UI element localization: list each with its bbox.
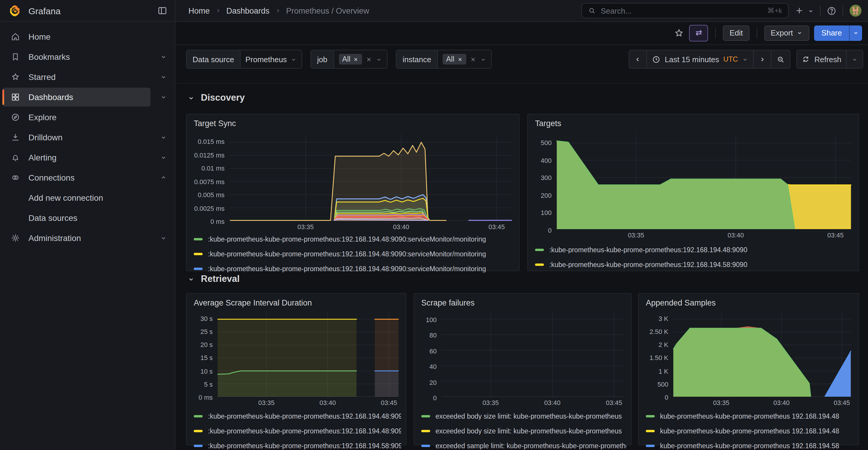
time-back-button[interactable] [629, 50, 646, 68]
sidebar-item-alerting[interactable]: Alerting [2, 148, 151, 167]
time-range-label: Last 15 minutes [665, 55, 719, 64]
legend-item[interactable]: kube-prometheus-kube-prome-prometheus 19… [646, 412, 854, 420]
legend-item[interactable]: :kube-prometheus-kube-prome-prometheus:1… [194, 442, 401, 450]
grafana-app: Grafana Home Dashboards Prometheus / Ove… [0, 0, 868, 450]
legend-item[interactable]: kube-prometheus-kube-prome-prometheus 19… [646, 442, 854, 450]
legend-label: :kube-prometheus-kube-prome-prometheus:1… [208, 265, 514, 272]
legend-item[interactable]: :kube-prometheus-kube-prome-prometheus:1… [194, 412, 401, 420]
datasource-select[interactable]: Prometheus [241, 50, 302, 68]
share-button-group: Share [814, 25, 862, 40]
timezone-label: UTC [723, 55, 738, 63]
legend-item[interactable]: :kube-prometheus-kube-prome-prometheus:1… [535, 260, 854, 269]
appended-samples-plot[interactable] [673, 312, 851, 397]
series-color-swatch [194, 430, 203, 432]
legend-item[interactable]: :kube-prometheus-kube-prome-prometheus:1… [194, 265, 514, 273]
chevron-down-icon[interactable] [158, 152, 169, 163]
breadcrumb-home[interactable]: Home [188, 6, 210, 15]
divider [842, 5, 843, 16]
sidebar-item-administration[interactable]: Administration [2, 229, 151, 248]
share-button[interactable]: Share [814, 25, 849, 40]
clear-icon[interactable] [366, 56, 372, 62]
chevron-down-icon [851, 56, 858, 62]
legend-item[interactable]: exceeded body size limit: kube-prometheu… [421, 412, 626, 420]
chevron-down-icon[interactable] [158, 131, 169, 143]
divider [175, 83, 868, 84]
chevron-down-icon[interactable] [158, 71, 169, 83]
divider [715, 28, 716, 38]
sidebar-item-label: Alerting [28, 153, 57, 162]
add-new-icon[interactable] [795, 6, 804, 15]
chart-area: 3 K2.50 K2 K1.50 K1 K5000 03:35 03:40 03… [644, 312, 851, 409]
sidebar-item-explore[interactable]: Explore [2, 108, 151, 127]
help-icon[interactable] [827, 6, 837, 16]
refresh-interval-dropdown[interactable] [846, 50, 863, 68]
section-discovery[interactable]: Discovery [187, 92, 245, 103]
breadcrumb-dashboards[interactable]: Dashboards [226, 6, 270, 15]
sidebar-item-add-new-connection[interactable]: Add new connection [2, 188, 151, 207]
close-icon[interactable] [353, 57, 359, 62]
instance-select[interactable]: All [438, 50, 491, 68]
zoom-out-button[interactable] [771, 50, 790, 68]
legend-item[interactable]: :kube-prometheus-kube-prome-prometheus:1… [194, 427, 401, 435]
legend-label: :kube-prometheus-kube-prome-prometheus:1… [208, 427, 401, 435]
legend-item[interactable]: kube-prometheus-kube-prome-prometheus 19… [646, 427, 854, 435]
series-color-swatch [535, 263, 544, 266]
legend-item[interactable]: :kube-prometheus-kube-prome-prometheus:1… [535, 246, 854, 254]
legend-label: kube-prometheus-kube-prome-prometheus 19… [660, 442, 854, 449]
legend: kube-prometheus-kube-prome-prometheus 19… [646, 412, 854, 450]
export-button[interactable]: Export [764, 25, 809, 40]
y-axis: 30 s25 s20 s15 s10 s5 s0 ms [191, 315, 213, 401]
add-new-chevron-icon[interactable] [808, 7, 814, 14]
divider [820, 5, 820, 16]
legend-item[interactable]: :kube-prometheus-kube-prome-prometheus:1… [194, 235, 514, 243]
legend-item[interactable]: exceeded body size limit: kube-prometheu… [421, 427, 626, 435]
chevron-up-icon[interactable] [158, 172, 169, 184]
chevron-down-icon [742, 56, 749, 62]
sidebar-item-home[interactable]: Home [2, 27, 151, 46]
series-color-swatch [646, 445, 655, 447]
share-dropdown-button[interactable] [849, 25, 862, 40]
search-input[interactable]: Search... ⌘+k [581, 3, 788, 18]
clear-icon[interactable] [470, 56, 476, 62]
time-forward-button[interactable] [753, 50, 771, 68]
chart-area: 5004003002001000 03:35 03:40 03:45 [533, 134, 851, 241]
chevron-down-icon[interactable] [158, 232, 169, 244]
chevron-down-icon [290, 56, 297, 62]
sidebar-item-drilldown[interactable]: Drilldown [2, 128, 151, 147]
targets-plot[interactable] [556, 134, 851, 229]
old-new-toggle-button[interactable] [689, 25, 708, 41]
sidebar-item-label: Starred [28, 72, 56, 82]
chevron-down-icon[interactable] [158, 91, 169, 103]
chevron-down-icon [480, 56, 487, 62]
sidebar-item-starred[interactable]: Starred [2, 67, 151, 87]
close-icon[interactable] [457, 57, 463, 62]
job-chip[interactable]: All [339, 54, 362, 65]
section-retrieval[interactable]: Retrieval [187, 274, 240, 284]
job-select[interactable]: All [334, 50, 387, 68]
legend-item[interactable]: exceeded sample limit: kube-prometheus-k… [421, 442, 626, 450]
sidebar-item-bookmarks[interactable]: Bookmarks [2, 47, 151, 66]
favorite-star-icon[interactable] [674, 28, 685, 38]
time-picker-group: Last 15 minutes UTC [629, 50, 791, 69]
target-sync-plot[interactable] [229, 134, 512, 221]
legend-item[interactable]: :kube-prometheus-kube-prome-prometheus:1… [194, 250, 514, 258]
mega-menu-toggle-icon[interactable] [157, 5, 168, 16]
job-chip-value: All [342, 55, 350, 63]
sidebar-item-data-sources[interactable]: Data sources [2, 208, 151, 227]
time-range-picker[interactable]: Last 15 minutes UTC [646, 50, 753, 68]
avg-scrape-plot[interactable] [217, 312, 399, 397]
sidebar-item-label: Home [28, 32, 51, 41]
edit-button[interactable]: Edit [723, 25, 749, 40]
x-axis: 03:35 03:40 03:45 [217, 399, 399, 409]
breadcrumb: Home Dashboards Prometheus / Overview [188, 6, 369, 15]
refresh-button[interactable]: Refresh [797, 50, 846, 68]
instance-chip[interactable]: All [442, 54, 466, 65]
instance-chip-value: All [446, 55, 455, 63]
sidebar-item-dashboards[interactable]: Dashboards [2, 88, 151, 106]
sidebar-item-connections[interactable]: Connections [2, 168, 151, 187]
chevron-down-icon[interactable] [158, 51, 169, 63]
panel-title: Average Scrape Interval Duration [194, 298, 312, 307]
user-avatar[interactable] [849, 4, 862, 17]
legend-label: :kube-prometheus-kube-prome-prometheus:1… [208, 251, 514, 258]
scrape-failures-plot[interactable] [441, 312, 624, 397]
